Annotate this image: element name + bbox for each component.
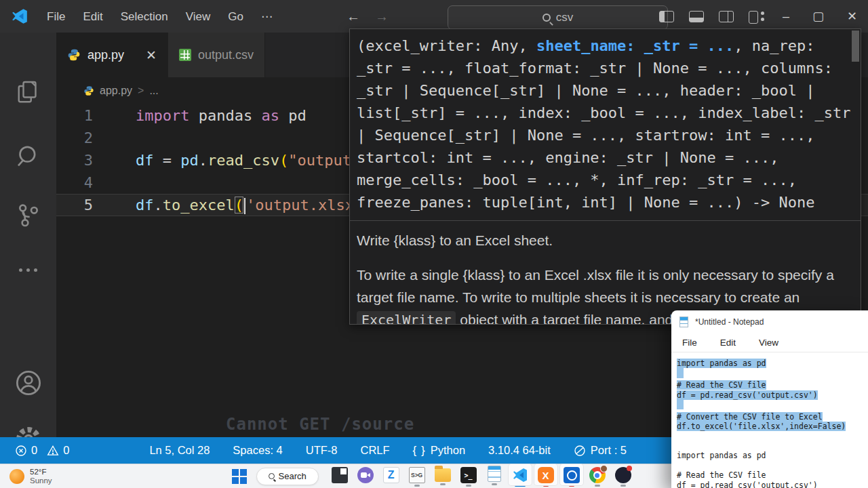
breadcrumb-file[interactable]: app.py (100, 85, 132, 97)
nav-forward-icon[interactable]: → (375, 9, 389, 24)
customize-layout-icon[interactable] (749, 11, 764, 22)
taskbar-app-photo-app[interactable] (561, 466, 582, 487)
taskbar-app-file-explorer[interactable] (433, 466, 453, 485)
notepad-text-area[interactable]: import pandas as pd# Read the CSV filedf… (671, 352, 868, 488)
minimize-button[interactable]: – (778, 9, 793, 24)
breadcrumb-separator: > (138, 85, 144, 97)
error-count: 0 (31, 444, 37, 457)
tab-label: app.py (87, 48, 124, 62)
search-sidebar-icon[interactable] (0, 142, 56, 171)
code-token: import (136, 107, 189, 124)
maximize-button[interactable]: ▢ (808, 9, 828, 24)
windows-start-button[interactable] (232, 469, 247, 484)
taskbar-app-task-view[interactable] (330, 466, 350, 487)
notepad-title: *Untitled - Notepad (695, 317, 764, 327)
z-app-icon (383, 467, 399, 483)
accounts-icon[interactable] (0, 368, 56, 398)
search-icon (542, 14, 551, 22)
profile-avatar (600, 465, 608, 472)
menu-item-selection[interactable]: Selection (112, 10, 177, 23)
port-forward[interactable]: Port : 5 (574, 444, 627, 457)
tooltip-scrollbar[interactable] (852, 30, 859, 62)
code-token: ( (235, 197, 243, 214)
activity-bar (0, 33, 56, 437)
python-version[interactable]: 3.10.4 64-bit (488, 444, 551, 457)
toggle-panel-icon[interactable] (689, 11, 704, 22)
signature-line: startcol: int = ..., engine: _str | None… (357, 146, 854, 169)
notepad-icon (488, 466, 501, 482)
toggle-sidebar-icon[interactable] (659, 11, 674, 22)
nav-back-icon[interactable]: ← (347, 9, 360, 24)
running-indicator (440, 483, 446, 485)
line-number: 5 (56, 194, 112, 216)
tab-app-py[interactable]: app.py ✕ (56, 33, 168, 77)
taskbar-app-chat-app[interactable] (355, 466, 376, 487)
notepad-icon (679, 317, 688, 327)
code-text: import pandas as pd (112, 104, 307, 127)
code-token: . (199, 152, 208, 169)
menu-item-view[interactable]: View (177, 10, 220, 23)
cursor-position[interactable]: Ln 5, Col 28 (149, 444, 210, 457)
menu-item-file[interactable]: File (38, 10, 74, 23)
taskbar-app-notepad[interactable] (484, 466, 505, 485)
signature-line: (excel_writer: Any, sheet_name: _str = .… (357, 35, 854, 57)
tab-label: output.csv (198, 48, 254, 62)
taskbar-app-screentogif[interactable] (407, 466, 427, 487)
explorer-icon[interactable] (0, 79, 56, 106)
taskbar-app-chrome[interactable] (587, 466, 608, 487)
signature-line: list[_str] = ..., index: _bool = ..., in… (357, 102, 854, 124)
close-button[interactable]: ✕ (843, 9, 861, 24)
vscode-icon (512, 467, 528, 483)
tab-output-csv[interactable]: output.csv (168, 33, 265, 77)
code-text: df = pd.read_csv("output (112, 149, 351, 171)
menu-item-⋯[interactable]: ⋯ (252, 10, 281, 23)
tab-close-icon[interactable]: ✕ (146, 47, 157, 63)
command-center-search[interactable]: csv (448, 5, 668, 30)
chrome-icon (589, 467, 606, 483)
code-token: to_excel (163, 197, 235, 214)
doc-summary: Write {klass} to an Excel sheet. (357, 229, 854, 251)
taskbar-app-media-app[interactable] (613, 466, 633, 487)
media-app-icon (615, 467, 631, 483)
code-token: . (154, 197, 163, 214)
signature-help-tooltip: (excel_writer: Any, sheet_name: _str = .… (349, 28, 861, 325)
source-control-icon[interactable] (0, 201, 56, 229)
code-token: as (261, 107, 279, 124)
taskbar-app-vscode[interactable] (510, 466, 530, 487)
background-browser-text: Cannot GET /source (226, 415, 414, 434)
notepad-menu-edit[interactable]: Edit (720, 338, 736, 348)
notepad-menu-file[interactable]: File (682, 338, 697, 348)
python-icon (67, 48, 81, 62)
notepad-line: df = pd.read_csv('output.csv') (677, 390, 868, 400)
warning-icon (47, 445, 59, 457)
problems-status[interactable]: 0 0 (15, 444, 69, 457)
python-icon (83, 85, 94, 96)
language-mode[interactable]: { }Python (413, 444, 465, 458)
task-view-icon (332, 467, 348, 483)
taskbar-weather-widget[interactable]: 52°F Sunny (9, 468, 52, 485)
toggle-secondary-sidebar-icon[interactable] (719, 11, 734, 22)
indentation[interactable]: Spaces: 4 (233, 444, 282, 457)
code-text (112, 127, 136, 149)
terminal-icon (460, 467, 477, 483)
code-token: df (136, 197, 154, 214)
breadcrumb-more[interactable]: ... (149, 85, 158, 97)
notepad-titlebar[interactable]: *Untitled - Notepad (671, 310, 868, 333)
encoding[interactable]: UTF-8 (306, 444, 338, 457)
eol-sequence[interactable]: CRLF (361, 444, 390, 457)
taskbar-app-z-app[interactable] (381, 466, 401, 487)
vscode-titlebar: FileEditSelectionViewGo⋯ ← → csv – ▢ ✕ (0, 0, 868, 33)
notepad-menu-view[interactable]: View (759, 338, 778, 348)
menu-item-go[interactable]: Go (219, 10, 252, 23)
menu-item-edit[interactable]: Edit (74, 10, 111, 23)
notepad-line: # Read the CSV file (677, 380, 868, 390)
taskbar-search-label: Search (279, 471, 307, 481)
taskbar-app-xampp[interactable] (536, 466, 556, 487)
notepad-menubar: FileEditView (671, 333, 868, 352)
taskbar-app-terminal[interactable] (458, 466, 479, 487)
more-views-icon[interactable] (0, 268, 56, 272)
weather-temp: 52°F (30, 468, 52, 476)
text-cursor (244, 198, 245, 214)
code-token: = (154, 152, 181, 169)
taskbar-search[interactable]: Search (256, 468, 319, 485)
